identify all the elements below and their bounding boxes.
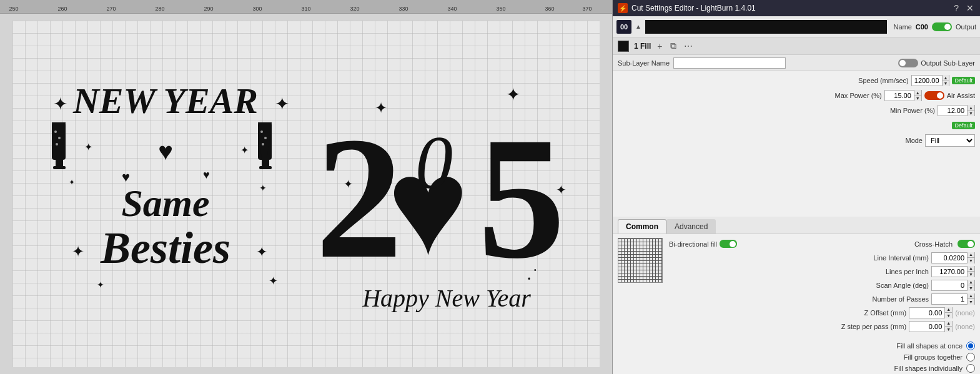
title-bar: ⚡ Cut Settings Editor - LightBurn 1.4.01… [613,0,980,16]
svg-text:✦: ✦ [69,178,75,187]
mode-select[interactable]: Fill [925,134,975,147]
ruler-mark: 250 [9,6,18,12]
min-power-row: Min Power (%) 12.00 ▲ ▼ [618,104,975,117]
fill-individually-row: Fill shapes individually [618,364,975,373]
ruler-mark: 370 [582,6,591,12]
ruler-mark: 330 [398,6,408,12]
help-button[interactable]: ? [953,3,960,13]
mode-label: Mode [905,137,923,144]
z-offset-spin: ▲ ▼ [944,307,952,318]
fill-row: 1 Fill + ⧉ ⋯ [613,37,980,55]
lines-per-inch-row: Lines per Inch 1270.00 ▲ ▼ [669,265,975,278]
z-offset-value-box: 0.00 ▲ ▼ [909,307,953,318]
z-offset-down[interactable]: ▼ [945,313,952,318]
scan-angle-down[interactable]: ▼ [968,285,974,291]
lines-per-inch-value-box: 1270.00 ▲ ▼ [931,266,975,277]
name-value: C00 [916,23,928,31]
max-power-up-btn[interactable]: ▲ [914,90,921,96]
svg-point-16 [262,143,264,145]
ruler-mark: 340 [447,6,457,12]
min-power-value: 12.00 [938,107,967,114]
ruler-mark: 280 [155,6,164,12]
svg-text:0: 0 [415,121,453,204]
scan-angle-spin: ▲ ▼ [967,280,974,291]
default-badge-2: Default [952,122,975,129]
passes-down[interactable]: ▼ [968,299,974,305]
num-passes-row: Number of Passes 1 ▲ ▼ [669,293,975,305]
scroll-up-arrow[interactable]: ▲ [635,23,641,30]
ruler-top: 250 260 270 280 290 300 310 320 330 340 … [0,0,612,14]
ruler-mark: 260 [57,6,67,12]
ruler-mark: 270 [106,6,116,12]
add-fill-button[interactable]: + [656,41,663,51]
svg-text:✦: ✦ [375,99,387,116]
svg-text:✦: ✦ [344,178,353,190]
more-fill-button[interactable]: ⋯ [683,41,694,51]
scan-angle-row: Scan Angle (deg) 0 ▲ ▼ [669,279,975,292]
line-interval-row: Line Interval (mm) 0.0200 ▲ ▼ [669,252,975,264]
line-interval-spin: ▲ ▼ [967,252,974,263]
line-interval-up[interactable]: ▲ [968,252,974,258]
output-sublayer-toggle[interactable] [898,59,918,67]
fill-individually-radio[interactable] [966,364,975,373]
max-power-down-btn[interactable]: ▼ [914,96,921,102]
num-passes-label: Number of Passes [873,295,929,303]
speed-value-box: 1200.00 ▲ ▼ [911,75,950,86]
z-step-down[interactable]: ▼ [945,327,952,332]
fill-all-radio[interactable] [966,342,975,350]
svg-text:5: 5 [478,101,565,295]
passes-up[interactable]: ▲ [968,293,974,300]
tab-common[interactable]: Common [618,219,666,234]
min-power-down-btn[interactable]: ▼ [968,111,974,117]
ruler-mark: 350 [496,6,505,12]
cross-hatch-toggle[interactable] [958,240,975,248]
speed-row: Speed (mm/sec) 1200.00 ▲ ▼ Default [618,74,975,87]
svg-text:NEW YEAR: NEW YEAR [72,81,258,121]
tab-advanced[interactable]: Advanced [666,219,716,234]
svg-point-8 [58,137,61,139]
lpi-up[interactable]: ▲ [968,266,974,272]
svg-text:Happy New Year: Happy New Year [362,284,531,312]
cut-settings-panel: ⚡ Cut Settings Editor - LightBurn 1.4.01… [612,0,980,374]
z-step-none: (none) [955,323,975,330]
min-power-up-btn[interactable]: ▲ [968,105,974,111]
min-power-value-box: 12.00 ▲ ▼ [938,105,975,116]
copy-fill-button[interactable]: ⧉ [669,41,678,51]
svg-text:✦: ✦ [259,183,267,193]
scan-angle-up[interactable]: ▲ [968,280,974,286]
z-step-value: 0.00 [909,323,944,330]
air-assist-toggle[interactable] [924,91,944,100]
close-button[interactable]: ✕ [965,3,975,13]
sublayer-name-input[interactable] [673,57,786,69]
fill-params: Bi-directional fill Cross-Hatch Line Int… [669,238,975,333]
lines-per-inch-spin: ▲ ▼ [967,266,974,277]
z-step-value-box: 0.00 ▲ ▼ [909,321,953,332]
svg-text:✦: ✦ [506,85,520,104]
svg-text:✦: ✦ [84,142,92,152]
lpi-down[interactable]: ▼ [968,272,974,277]
z-step-up[interactable]: ▲ [945,321,952,327]
layer-row: 00 ▲ Name C00 Output [613,16,980,37]
fill-groups-label: Fill groups together [904,353,963,361]
scan-angle-value: 0 [932,282,967,289]
speed-up-btn[interactable]: ▲ [943,75,949,81]
line-interval-down[interactable]: ▼ [968,258,974,263]
canvas-content: NEW YEAR ✦ ✦ [0,14,612,374]
svg-point-7 [54,130,57,133]
line-interval-value: 0.0200 [932,254,967,262]
output-toggle[interactable] [932,22,952,31]
color-swatch-bar [645,20,888,34]
bi-directional-toggle[interactable] [720,240,737,248]
lines-per-inch-label: Lines per Inch [886,268,929,275]
speed-default-badge: Default [952,77,975,84]
svg-text:✦: ✦ [53,94,67,114]
fill-groups-radio[interactable] [966,353,975,362]
svg-text:✦: ✦ [97,280,104,290]
min-power-label: Min Power (%) [890,107,935,114]
max-power-label: Max Power (%) [835,92,882,99]
fill-top-grid: Bi-directional fill Cross-Hatch Line Int… [613,234,980,337]
z-offset-up[interactable]: ▲ [945,307,952,313]
speed-down-btn[interactable]: ▼ [943,81,949,87]
svg-text:♥: ♥ [158,137,173,165]
bi-directional-label: Bi-directional fill [669,240,717,248]
